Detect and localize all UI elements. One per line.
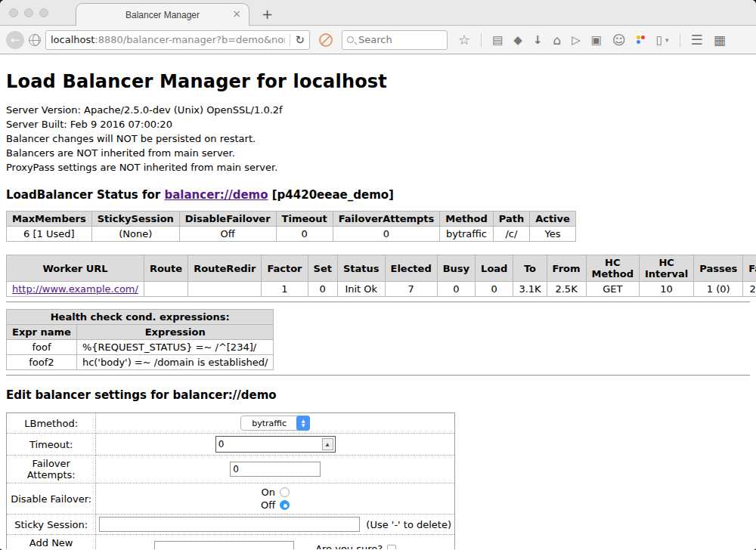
pocket-icon[interactable]: ▣ — [591, 34, 602, 46]
column-header: DisableFailover — [179, 212, 276, 227]
table-row: http://www.example.com/ 1 0 Init Ok 7 0 … — [7, 282, 756, 297]
window-controls — [9, 8, 48, 17]
tab-groups-icon[interactable]: ▦ — [714, 34, 726, 46]
edit-balancer-form: LBmethod: bytraffic ▲▼ Timeout: ▲ — [6, 412, 455, 549]
form-row-lbmethod: LBmethod: bytraffic ▲▼ — [7, 413, 455, 434]
form-row-sticky: Sticky Session: (Use '-' to delete) — [7, 514, 455, 535]
timeout-input[interactable] — [216, 437, 321, 452]
cell-from: 2.5K — [547, 282, 586, 297]
disable-failover-off-radio[interactable] — [280, 500, 290, 510]
server-built-line: Server Built: Feb 9 2016 07:00:20 — [6, 117, 750, 131]
new-tab-button[interactable]: + — [262, 6, 273, 22]
site-identity-globe-icon[interactable] — [29, 34, 41, 46]
bookmark-star-icon[interactable]: ☆ — [458, 34, 470, 46]
number-spinner-icon[interactable]: ▲ — [322, 438, 333, 450]
sticky-session-input[interactable] — [99, 517, 360, 532]
menu-hamburger-icon[interactable]: ☰ — [691, 34, 703, 46]
column-header: Timeout — [276, 212, 333, 227]
balancer-status-table: MaxMembers StickySession DisableFailover… — [6, 211, 576, 242]
column-header: Method — [440, 212, 493, 227]
page-content: Load Balancer Manager for localhost Serv… — [0, 54, 756, 549]
column-header: FailoverAttempts — [333, 212, 440, 227]
minimize-window-button[interactable] — [24, 8, 33, 17]
search-bar[interactable] — [342, 30, 448, 50]
column-header: Fails — [743, 255, 756, 282]
url-host: localhost — [51, 34, 94, 45]
url-bar[interactable]: localhost:8880/balancer-manager?b=demo&n… — [45, 30, 310, 50]
url-separator — [290, 34, 290, 46]
add-worker-label: Add New Worker: — [7, 535, 96, 550]
url-text: localhost:8880/balancer-manager?b=demo&n… — [51, 34, 285, 45]
cell-passes: 1 (0) — [694, 282, 743, 297]
search-icon — [347, 36, 354, 43]
timeout-label: Timeout: — [7, 434, 96, 456]
zoom-window-button[interactable] — [39, 8, 48, 17]
column-header: Set — [308, 255, 337, 282]
column-header: StickySession — [91, 212, 179, 227]
chevron-down-icon[interactable]: ▾ — [665, 36, 669, 44]
column-header: Status — [337, 255, 385, 282]
hello-dot — [637, 40, 640, 44]
hello-dot — [637, 36, 640, 39]
column-header: HC Interval — [639, 255, 693, 282]
persist-note-line: Balancer changes will NOT be persisted o… — [6, 131, 750, 146]
are-you-sure-label: Are you sure? — [315, 543, 383, 550]
search-input[interactable] — [358, 34, 442, 45]
column-header: Load — [476, 255, 513, 282]
cell-expression: hc('body') =~ /domain is established/ — [76, 355, 274, 370]
table-title-row: Health check cond. expressions: — [7, 310, 274, 325]
column-header: Passes — [694, 255, 743, 282]
device-icon[interactable]: ▯ — [656, 34, 662, 46]
downloads-icon[interactable]: ↓ — [533, 34, 543, 46]
cell-maxmembers: 6 [1 Used] — [7, 227, 92, 242]
home-icon[interactable]: ⌂ — [553, 34, 561, 46]
server-version-line: Server Version: Apache/2.5.0-dev (Unix) … — [6, 103, 750, 117]
off-radio-label: Off — [261, 499, 275, 511]
content-blocked-icon[interactable] — [319, 33, 333, 47]
tab-close-icon[interactable]: × — [232, 8, 241, 19]
cell-hc-interval: 10 — [639, 282, 693, 297]
reading-list-icon[interactable]: ▤ — [492, 34, 503, 46]
cell-routeredir — [188, 282, 262, 297]
cell-set: 0 — [308, 282, 337, 297]
tab-bar: Balancer Manager × + — [0, 0, 756, 26]
shield-icon[interactable]: ◆ — [513, 34, 522, 46]
form-row-timeout: Timeout: ▲ — [7, 434, 455, 456]
cell-status: Init Ok — [337, 282, 385, 297]
table-header-row: MaxMembers StickySession DisableFailover… — [7, 212, 576, 227]
column-header: HC Method — [586, 255, 639, 282]
cell-load: 0 — [476, 282, 513, 297]
are-you-sure-group: Are you sure? — [315, 543, 396, 550]
cell-route — [144, 282, 187, 297]
are-you-sure-checkbox[interactable] — [387, 545, 396, 550]
worker-url-link[interactable]: http://www.example.com/ — [12, 283, 138, 295]
cell-expr-name: foof — [7, 340, 77, 355]
disable-failover-on-radio[interactable] — [280, 487, 290, 497]
column-header: Expression — [76, 325, 274, 340]
hello-icon[interactable] — [637, 36, 646, 44]
close-window-button[interactable] — [9, 8, 18, 17]
reload-icon[interactable]: ↻ — [295, 33, 305, 47]
send-tab-icon[interactable]: ▷ — [572, 34, 581, 46]
column-header: From — [547, 255, 586, 282]
section-divider — [6, 375, 750, 376]
select-stepper-icon: ▲▼ — [296, 416, 310, 431]
disable-failover-label: Disable Failover: — [7, 484, 96, 514]
cell-worker-url: http://www.example.com/ — [7, 282, 144, 297]
toolbar-separator — [680, 33, 680, 47]
form-row-add-worker: Add New Worker: Are you sure? — [7, 535, 455, 550]
status-heading-prefix: LoadBalancer Status for — [6, 188, 164, 202]
lbmethod-select[interactable]: bytraffic ▲▼ — [240, 416, 310, 431]
lbmethod-label: LBmethod: — [7, 413, 96, 434]
tab-balancer-manager[interactable]: Balancer Manager × — [76, 3, 249, 26]
back-button[interactable]: ← — [6, 31, 24, 49]
balancer-demo-link[interactable]: balancer://demo — [164, 188, 268, 202]
add-worker-input[interactable] — [154, 541, 294, 549]
failover-attempts-input[interactable] — [230, 462, 321, 477]
cell-stickysession: (None) — [91, 227, 179, 242]
cell-elected: 7 — [385, 282, 437, 297]
chat-icon[interactable]: ☺ — [612, 34, 626, 46]
cell-path: /c/ — [493, 227, 529, 242]
cell-hc-method: GET — [586, 282, 639, 297]
edit-balancer-heading: Edit balancer settings for balancer://de… — [6, 388, 750, 402]
